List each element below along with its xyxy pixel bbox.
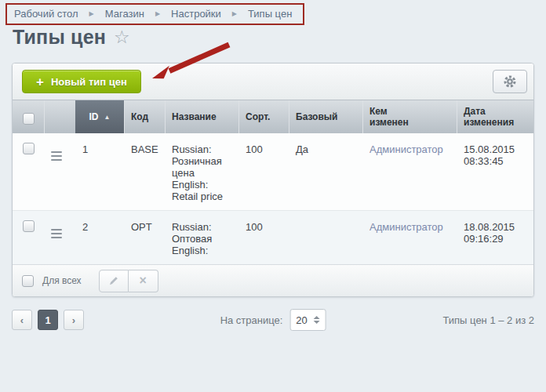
modified-by-link[interactable]: Администратор [369, 221, 443, 233]
annotation-rectangle: Рабочий стол ▶ Магазин ▶ Настройки ▶ Тип… [5, 3, 304, 25]
column-header-id-label: ID [89, 111, 99, 122]
column-header-code[interactable]: Код [124, 100, 165, 133]
cell-id: 1 [75, 133, 124, 211]
select-spinner-icon [313, 316, 319, 324]
toolbar: + Новый тип цен [13, 64, 533, 100]
cell-sort: 100 [238, 133, 289, 211]
grid-settings-button[interactable] [493, 70, 527, 93]
delete-selected-button[interactable]: × [129, 270, 158, 292]
column-header-modified-date[interactable]: Дата изменения [457, 100, 533, 133]
cell-code: OPT [124, 211, 165, 265]
prev-page-button[interactable]: ‹ [12, 310, 32, 330]
breadcrumb: Рабочий стол ▶ Магазин ▶ Настройки ▶ Тип… [7, 5, 303, 24]
items-counter: Типы цен 1 – 2 из 2 [442, 314, 534, 326]
column-header-modified-by[interactable]: Кем изменен [362, 100, 457, 133]
column-header-id[interactable]: ID▲ [75, 100, 124, 133]
per-page-label: На странице: [220, 314, 283, 326]
column-header-name[interactable]: Название [165, 100, 238, 133]
cell-modified-date: 15.08.2015 08:33:45 [457, 133, 533, 211]
next-page-button[interactable]: › [64, 310, 84, 330]
cell-name: Russian: Оптовая English: [165, 211, 238, 265]
price-types-page: Рабочий стол ▶ Магазин ▶ Настройки ▶ Тип… [0, 0, 546, 392]
per-page-control: На странице: 20 [220, 309, 326, 331]
breadcrumb-item-price-types[interactable]: Типы цен [248, 8, 292, 20]
table-header-row: ID▲ Код Название Сорт. Базовый Кем измен… [13, 100, 533, 133]
footer-select-all-checkbox[interactable] [22, 275, 34, 287]
grid-footer: Для всех × [13, 264, 533, 296]
cell-name: Russian: Розничная цена English: Retail … [165, 133, 238, 211]
breadcrumb-item-settings[interactable]: Настройки [171, 8, 221, 20]
column-header-base[interactable]: Базовый [289, 100, 362, 133]
delete-x-icon: × [139, 274, 146, 288]
gear-icon [503, 74, 517, 89]
new-price-type-label: Новый тип цен [51, 76, 127, 88]
cell-sort: 100 [238, 211, 289, 265]
row-actions-menu-icon[interactable] [51, 149, 62, 161]
for-all-label: Для всех [42, 275, 82, 286]
cell-id: 2 [75, 211, 124, 265]
select-all-checkbox[interactable] [23, 113, 35, 125]
cell-base: Да [289, 133, 362, 211]
pagination: ‹ 1 › На странице: 20 Типы цен 1 – 2 из … [12, 308, 534, 332]
page-1-button[interactable]: 1 [38, 310, 58, 330]
breadcrumb-separator-icon: ▶ [89, 10, 94, 17]
cell-modified-date: 18.08.2015 09:16:29 [457, 211, 533, 265]
per-page-value: 20 [296, 314, 307, 326]
plus-icon: + [36, 75, 44, 89]
per-page-select[interactable]: 20 [289, 309, 326, 331]
edit-selected-button[interactable] [99, 270, 129, 292]
row-checkbox[interactable] [23, 220, 35, 232]
row-checkbox[interactable] [23, 143, 35, 154]
column-header-sort[interactable]: Сорт. [238, 100, 289, 133]
cell-base [289, 211, 362, 265]
favorite-star-icon[interactable]: ☆ [114, 28, 130, 46]
column-header-actions [44, 100, 75, 133]
cell-code: BASE [124, 133, 165, 211]
breadcrumb-separator-icon: ▶ [232, 10, 237, 17]
sort-asc-icon: ▲ [104, 114, 111, 121]
grid-panel: + Новый тип цен [12, 63, 534, 297]
table-row: 1 BASE Russian: Розничная цена English: … [13, 133, 533, 211]
row-actions-menu-icon[interactable] [51, 227, 62, 238]
breadcrumb-separator-icon: ▶ [155, 10, 160, 17]
price-types-table: ID▲ Код Название Сорт. Базовый Кем измен… [13, 100, 533, 264]
bulk-actions: × [99, 270, 158, 292]
breadcrumb-item-shop[interactable]: Магазин [105, 8, 144, 20]
title-row: Типы цен ☆ [13, 26, 130, 49]
table-row: 2 OPT Russian: Оптовая English: 100 Адми… [13, 211, 533, 265]
new-price-type-button[interactable]: + Новый тип цен [22, 70, 141, 93]
page-title: Типы цен [13, 26, 106, 49]
modified-by-link[interactable]: Администратор [369, 143, 443, 155]
breadcrumb-item-desktop[interactable]: Рабочий стол [14, 8, 78, 20]
edit-pencil-icon [108, 275, 119, 286]
